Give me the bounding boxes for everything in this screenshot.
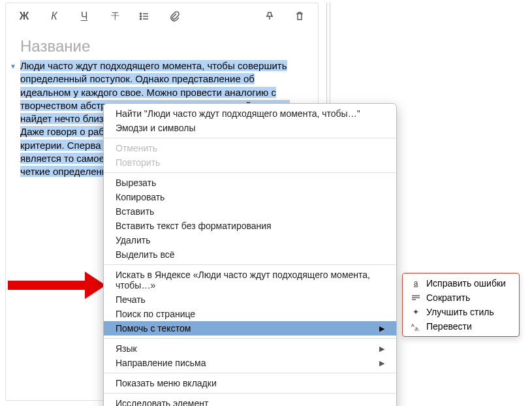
menu-separator — [104, 393, 396, 394]
svg-rect-7 — [8, 281, 86, 290]
title-placeholder: Название — [20, 37, 90, 55]
translate-icon: Аあ — [411, 321, 421, 332]
menu-find-on-page[interactable]: Поиск по странице — [104, 307, 396, 321]
menu-help-with-text[interactable]: Помочь с текстом ▶ — [104, 321, 396, 336]
menu-redo: Повторить — [104, 155, 396, 170]
svg-point-5 — [140, 18, 142, 20]
menu-cut[interactable]: Вырезать — [104, 176, 396, 190]
underline-button[interactable]: Ч — [78, 10, 91, 23]
title-area[interactable]: Название — [6, 29, 318, 59]
submenu-fix-errors[interactable]: а Исправить ошибки — [403, 276, 519, 290]
svg-point-1 — [140, 13, 142, 14]
menu-paste[interactable]: Вставить — [104, 204, 396, 219]
attachment-button[interactable] — [168, 10, 181, 23]
pin-button[interactable] — [263, 10, 276, 23]
menu-emoji[interactable]: Эмодзи и символы — [104, 121, 396, 135]
trash-button[interactable] — [293, 10, 306, 23]
menu-separator — [104, 373, 396, 373]
submenu-shorten[interactable]: Сократить — [403, 290, 519, 305]
menu-separator — [104, 338, 396, 339]
menu-search-yandex[interactable]: Искать в Яндексе «Люди часто ждут подход… — [104, 268, 396, 292]
context-menu: Найти "Люди часто ждут подходящего момен… — [103, 103, 397, 406]
list-button[interactable] — [138, 10, 151, 23]
fix-errors-icon: а — [411, 278, 421, 289]
menu-find[interactable]: Найти "Люди часто ждут подходящего момен… — [104, 106, 396, 121]
menu-select-all[interactable]: Выделить всё — [104, 247, 396, 262]
menu-language[interactable]: Язык ▶ — [104, 341, 396, 356]
toolbar: Ж К Ч 干 — [6, 3, 318, 29]
menu-print[interactable]: Печать — [104, 292, 396, 307]
submenu-arrow-icon: ▶ — [379, 345, 384, 353]
red-arrow-annotation — [8, 272, 106, 299]
italic-button[interactable]: К — [48, 10, 61, 23]
svg-text:干: 干 — [111, 11, 119, 21]
improve-style-icon: ✦ — [411, 307, 421, 317]
menu-separator — [104, 264, 396, 265]
menu-show-tab-menu[interactable]: Показать меню вкладки — [104, 376, 396, 390]
svg-point-3 — [140, 16, 142, 17]
bold-button[interactable]: Ж — [18, 10, 31, 23]
submenu-improve-style[interactable]: ✦ Улучшить стиль — [403, 305, 519, 319]
menu-separator — [104, 172, 396, 173]
help-with-text-submenu: а Исправить ошибки Сократить ✦ Улучшить … — [402, 273, 520, 337]
shorten-icon — [411, 292, 421, 303]
menu-paste-plain[interactable]: Вставить текст без форматирования — [104, 219, 396, 233]
submenu-arrow-icon: ▶ — [379, 324, 384, 333]
menu-separator — [104, 138, 396, 138]
menu-delete[interactable]: Удалить — [104, 233, 396, 247]
submenu-translate[interactable]: Аあ Перевести — [403, 319, 519, 334]
submenu-arrow-icon: ▶ — [379, 359, 384, 367]
menu-undo: Отменить — [104, 141, 396, 155]
svg-text:あ: あ — [415, 326, 419, 331]
menu-writing-direction[interactable]: Направление письма ▶ — [104, 356, 396, 370]
collapse-marker-icon[interactable]: ▼ — [10, 62, 16, 71]
strikethrough-button[interactable]: 干 — [108, 10, 121, 23]
menu-inspect[interactable]: Исследовать элемент — [104, 396, 396, 406]
menu-copy[interactable]: Копировать — [104, 190, 396, 204]
